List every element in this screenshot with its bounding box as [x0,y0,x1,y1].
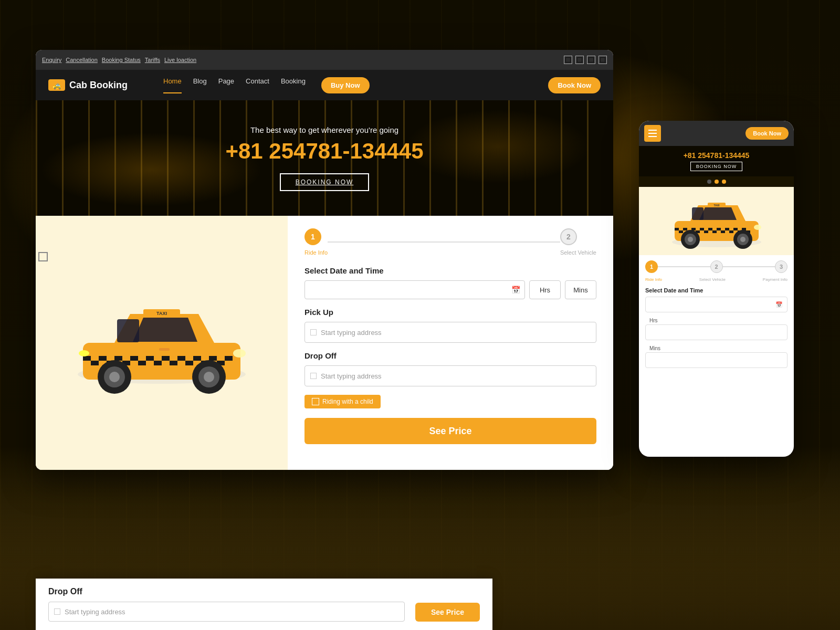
mobile-calendar-icon: 📅 [775,301,783,308]
mobile-menu-button[interactable] [644,125,661,142]
hrs-input[interactable]: Hrs [529,280,561,299]
form-panel: 1 Ride Info 2 Select Vehicle Select Date… [288,216,613,470]
nav-link-booking[interactable]: Booking [281,77,306,93]
pickup-input[interactable]: Start typing address [304,322,596,343]
progress-steps: 1 Ride Info 2 Select Vehicle [304,228,596,256]
nav-link-home[interactable]: Home [163,77,182,93]
buy-now-button[interactable]: Buy Now [321,77,370,93]
browser-tab-enquiry[interactable]: Enquiry [42,57,61,63]
mobile-step-line-2 [723,266,775,267]
bottom-dropoff-checkbox[interactable] [54,608,60,615]
dot-3[interactable] [722,180,726,184]
svg-rect-49 [704,230,708,233]
bottom-form-left: Drop Off Start typing address [48,587,405,622]
dropoff-input[interactable]: Start typing address [304,365,596,386]
dropoff-title: Drop Off [304,351,596,360]
date-input[interactable]: 📅 [304,280,525,299]
svg-rect-13 [225,356,233,361]
mobile-step-1-circle: 1 [645,260,658,273]
mobile-phone-number: +81 254781-134445 [644,151,789,160]
hero-phone-number: +81 254781-134445 [225,139,423,164]
nav-link-page[interactable]: Page [218,77,234,93]
nav-link-blog[interactable]: Blog [193,77,207,93]
svg-rect-19 [170,361,177,365]
svg-point-60 [740,237,746,242]
pickup-checkbox[interactable] [310,329,317,335]
svg-text:TAXI: TAXI [156,311,167,316]
mobile-date-input[interactable]: 📅 [645,297,788,312]
carousel-dots [639,176,794,187]
menu-line-2 [648,133,657,134]
dot-2[interactable] [715,180,719,184]
svg-rect-31 [159,348,170,351]
svg-rect-2 [117,319,139,342]
child-row: Riding with a child [304,395,596,408]
bottom-dropoff-placeholder: Start typing address [65,608,125,616]
svg-text:TAXI: TAXI [713,204,720,207]
mobile-step-2-circle: 2 [710,260,723,273]
svg-point-25 [109,372,120,382]
mobile-step-line-1 [658,266,710,267]
mobile-hrs-label: Hrs [645,316,788,324]
booking-now-button[interactable]: BOOKING NOW [280,173,370,191]
date-time-title: Select Date and Time [304,266,596,275]
mobile-book-now-button[interactable]: Book Now [746,127,789,140]
svg-rect-38 [683,228,687,230]
svg-rect-8 [146,356,154,361]
window-ctrl-2[interactable]: □ [575,56,584,64]
window-ctrl-3[interactable]: □ [587,56,595,64]
svg-rect-41 [708,228,712,230]
pickup-placeholder: Start typing address [321,329,382,337]
mobile-browser-window: Book Now +81 254781-134445 BOOKING NOW [639,121,794,457]
svg-rect-42 [717,228,721,230]
booking-area: TAXI 1 Ride Info 2 Sele [36,216,613,470]
mobile-step-3-label: Payment Info [763,277,788,282]
step-1-wrapper: 1 Ride Info [304,228,328,256]
child-checkbox[interactable]: Riding with a child [304,395,381,408]
svg-rect-4 [83,356,91,361]
svg-rect-40 [700,228,704,230]
nav-links: Home Blog Page Contact Booking Buy Now [163,77,370,93]
svg-rect-50 [712,230,717,233]
bottom-see-price-button[interactable]: See Price [415,603,480,622]
see-price-button[interactable]: See Price [304,418,596,444]
dropoff-placeholder: Start typing address [321,372,382,380]
svg-rect-46 [679,230,683,233]
svg-point-57 [688,237,693,242]
svg-rect-52 [729,230,733,233]
svg-rect-7 [130,356,138,361]
bottom-dropoff-input[interactable]: Start typing address [48,602,405,622]
step-2-circle: 2 [560,228,577,245]
scroll-indicator[interactable] [38,252,48,261]
mobile-mins-input[interactable] [645,352,788,368]
mins-input[interactable]: Mins [565,280,596,299]
bottom-partial-form: Drop Off Start typing address See Price [36,579,492,630]
mobile-car-panel: TAXI [639,187,794,255]
svg-rect-44 [733,228,738,230]
mobile-hrs-input[interactable] [645,324,788,340]
menu-line-3 [648,136,657,137]
dot-1[interactable] [707,180,711,184]
step-line-1 [328,242,560,243]
mobile-booking-text[interactable]: BOOKING NOW [690,162,743,171]
step-1-circle: 1 [304,228,321,245]
mobile-mins-label: Mins [645,343,788,352]
date-time-row: 📅 Hrs Mins [304,280,596,299]
nav-link-contact[interactable]: Contact [246,77,269,93]
site-navbar: 🚕 Cab Booking Home Blog Page Contact Boo… [36,70,613,100]
browser-tab-live-location[interactable]: Live loaction [164,57,196,63]
dropoff-checkbox[interactable] [310,373,317,379]
mobile-step-1-label: Ride Info [645,277,662,282]
book-now-button-desktop[interactable]: Book Now [548,77,601,93]
svg-point-30 [79,350,89,356]
taxi-car-image: TAXI [62,285,261,401]
browser-tab-cancellation[interactable]: Cancellation [66,57,98,63]
svg-rect-37 [675,228,679,230]
mobile-steps-row: 1 2 3 [645,260,788,273]
window-ctrl-1[interactable]: □ [564,56,572,64]
browser-tab-booking-status[interactable]: Booking Status [102,57,141,63]
svg-rect-9 [162,356,170,361]
mobile-form: 1 2 3 Ride Info Select Vehicle Payment I… [639,255,794,376]
browser-tab-tariffs[interactable]: Tariffs [145,57,160,63]
window-ctrl-4[interactable]: □ [598,56,607,64]
